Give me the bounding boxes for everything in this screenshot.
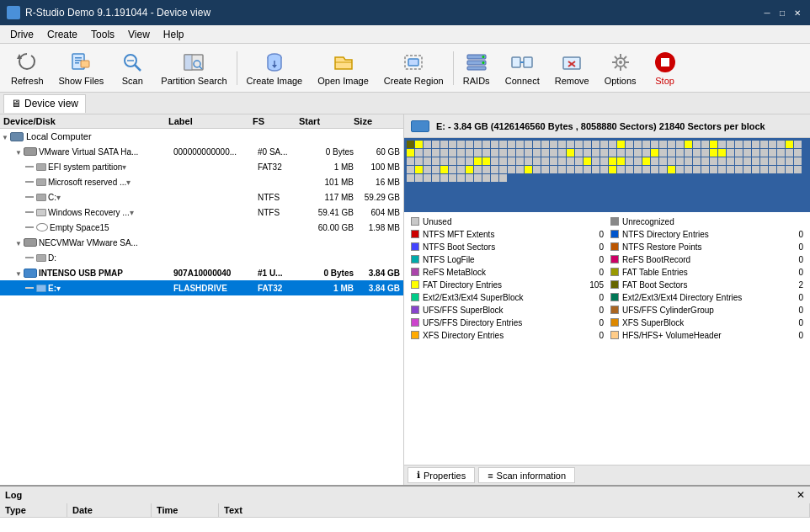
- raids-label: RAIDs: [463, 76, 490, 86]
- row-local-computer[interactable]: Local Computer: [0, 129, 403, 144]
- create-region-button[interactable]: Create Region: [376, 46, 451, 90]
- partition-search-button[interactable]: Partition Search: [153, 46, 234, 90]
- menu-create[interactable]: Create: [40, 27, 84, 42]
- legend-item: Ext2/Ext3/Ext4 Directory Entries0: [610, 291, 803, 303]
- row-d[interactable]: D:: [0, 250, 403, 265]
- refresh-icon: [13, 51, 40, 74]
- scan-info-label: Scan information: [497, 471, 567, 481]
- svg-rect-40: [661, 58, 669, 66]
- row-windows-recovery[interactable]: Windows Recovery ... ▾ NTFS 59.41 GB 604…: [0, 205, 403, 220]
- row-nec-disk[interactable]: NECVMWar VMware SA...: [0, 235, 403, 250]
- properties-tab[interactable]: ℹ Properties: [408, 467, 475, 483]
- legend-item: NTFS MFT Extents0: [411, 228, 604, 240]
- row-intenso[interactable]: INTENSO USB PMAP 907A10000040 #1 U... 0 …: [0, 265, 403, 280]
- app-title: R-Studio Demo 9.1.191044 - Device view: [25, 7, 210, 19]
- create-image-icon: [261, 51, 288, 74]
- legend-label: NTFS Directory Entries: [622, 230, 783, 239]
- menu-help[interactable]: Help: [157, 27, 191, 42]
- row-e[interactable]: E: ▾ FLASHDRIVE FAT32 1 MB 3.84 GB: [0, 280, 403, 295]
- legend-label: ReFS BootRecord: [622, 255, 783, 264]
- legend-color: [610, 318, 619, 327]
- svg-rect-23: [512, 57, 520, 67]
- legend-item: UFS/FFS Directory Entries0: [411, 317, 604, 328]
- legend-item: Ext2/Ext3/Ext4 SuperBlock0: [411, 291, 604, 303]
- scan-button[interactable]: Scan: [111, 46, 153, 90]
- create-image-button[interactable]: Create Image: [239, 46, 311, 90]
- log-body: [0, 518, 810, 532]
- row-empty-space[interactable]: Empty Space15 60.00 GB 1.98 MB: [0, 220, 403, 235]
- menu-tools[interactable]: Tools: [84, 27, 121, 42]
- col-device: Device/Disk: [3, 116, 168, 126]
- options-button[interactable]: Options: [597, 46, 644, 90]
- show-files-button[interactable]: Show Files: [51, 46, 112, 90]
- legend-label: UFS/FFS Directory Entries: [423, 318, 584, 327]
- log-close-button[interactable]: ✕: [797, 490, 805, 500]
- legend-count: 0: [786, 293, 803, 302]
- col-fs: FS: [253, 116, 299, 126]
- menu-drive[interactable]: Drive: [3, 27, 40, 42]
- svg-point-22: [482, 61, 484, 64]
- legend-item: XFS SuperBlock0: [610, 317, 803, 328]
- show-files-icon: [67, 51, 94, 74]
- legend-color: [411, 280, 419, 289]
- log-col-text: Text: [219, 503, 810, 517]
- legend-count: 0: [587, 230, 604, 239]
- stop-button[interactable]: Stop: [644, 46, 686, 90]
- create-region-label: Create Region: [384, 76, 444, 86]
- scan-info-icon: ≡: [488, 471, 493, 481]
- row-c[interactable]: C: ▾ NTFS 117 MB 59.29 GB: [0, 189, 403, 205]
- open-image-button[interactable]: Open Image: [310, 46, 376, 90]
- svg-rect-2: [75, 57, 82, 59]
- row-msreserved[interactable]: Microsoft reserved ... ▾ 101 MB 16 MB: [0, 174, 403, 189]
- legend-color: [610, 331, 619, 339]
- legend-item: FAT Table Entries0: [610, 266, 803, 278]
- legend-count: 0: [786, 268, 803, 277]
- legend-label: Unrecognized: [622, 217, 783, 226]
- col-label: Label: [168, 116, 253, 126]
- legend-count: 0: [786, 255, 803, 264]
- legend-item: NTFS Boot Sectors0: [411, 241, 604, 253]
- legend-count: 0: [786, 306, 803, 315]
- maximize-button[interactable]: □: [776, 7, 788, 19]
- tab-bar: 🖥 Device view: [0, 93, 810, 114]
- close-button[interactable]: ✕: [791, 7, 803, 19]
- legend-count: 0: [587, 331, 604, 340]
- legend-item: Unused: [411, 215, 604, 227]
- legend-item: NTFS Directory Entries0: [610, 228, 803, 240]
- legend-grid: UnusedUnrecognizedNTFS MFT Extents0NTFS …: [411, 215, 803, 341]
- scan-info-tab[interactable]: ≡ Scan information: [478, 467, 575, 483]
- col-start: Start: [299, 116, 354, 126]
- menu-view[interactable]: View: [121, 27, 157, 42]
- raids-button[interactable]: RAIDs: [456, 46, 498, 90]
- legend-label: UFS/FFS CylinderGroup: [622, 306, 783, 315]
- remove-button[interactable]: Remove: [547, 46, 597, 90]
- recov-icon: [36, 209, 46, 216]
- refresh-button[interactable]: Refresh: [3, 46, 51, 90]
- tab-device-view[interactable]: 🖥 Device view: [3, 94, 86, 113]
- menu-bar: Drive Create Tools View Help: [0, 25, 810, 44]
- row-vmware-disk[interactable]: VMware Virtual SATA Ha... 000000000000..…: [0, 144, 403, 159]
- legend-color: [411, 217, 419, 226]
- main-content: Device/Disk Label FS Start Size Local Co…: [0, 114, 810, 485]
- legend-label: FAT Directory Entries: [423, 280, 584, 290]
- partition-search-icon: [180, 51, 207, 74]
- legend-item: FAT Directory Entries105: [411, 279, 604, 290]
- legend-label: Ext2/Ext3/Ext4 SuperBlock: [423, 293, 584, 302]
- legend-label: NTFS LogFile: [423, 255, 584, 264]
- create-image-label: Create Image: [247, 76, 303, 86]
- svg-rect-17: [408, 59, 418, 66]
- legend-label: HFS/HFS+ VolumeHeader: [622, 331, 783, 340]
- stop-label: Stop: [655, 76, 674, 86]
- svg-rect-10: [184, 55, 192, 70]
- expand-icon: [2, 131, 8, 141]
- disk-panel: E: - 3.84 GB (4126146560 Bytes , 8058880…: [404, 114, 810, 485]
- flash-icon: [36, 285, 46, 292]
- title-bar: R-Studio Demo 9.1.191044 - Device view ─…: [0, 0, 810, 25]
- minimize-button[interactable]: ─: [761, 7, 773, 19]
- options-icon: [607, 51, 634, 74]
- row-efi[interactable]: EFI system partition ▾ FAT32 1 MB 100 MB: [0, 159, 403, 174]
- create-region-icon: [400, 51, 427, 74]
- legend-color: [610, 230, 619, 238]
- connect-button[interactable]: Connect: [498, 46, 547, 90]
- empty-icon: [36, 223, 48, 231]
